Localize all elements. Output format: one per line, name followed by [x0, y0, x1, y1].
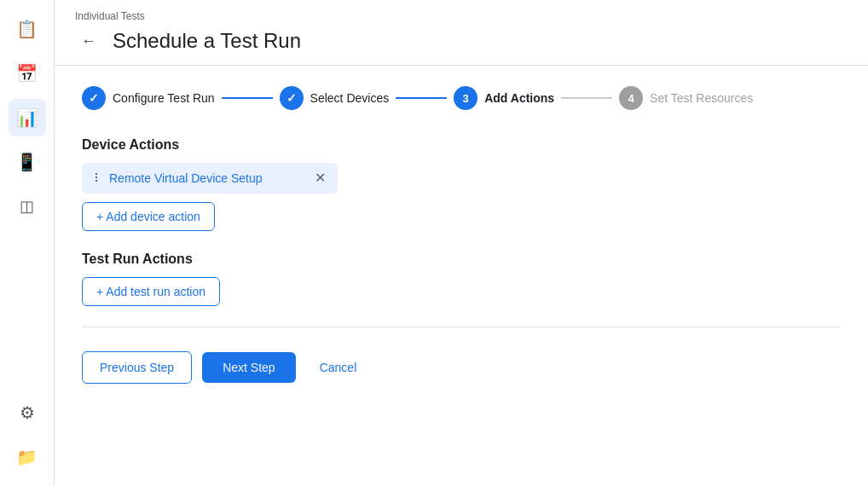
calendar-icon: 📅: [16, 63, 38, 84]
step-circle-set-resources: 4: [619, 86, 643, 110]
sidebar-item-calendar[interactable]: 📅: [9, 55, 46, 92]
server-icon: ◫: [20, 197, 34, 216]
step-circle-select-devices: ✓: [280, 86, 304, 110]
footer-divider: [82, 327, 841, 327]
clipboard-icon: 📋: [16, 19, 38, 39]
step-add-actions: 3 Add Actions: [454, 86, 554, 110]
step-circle-configure: ✓: [82, 86, 106, 110]
sidebar-item-chart[interactable]: 📊: [9, 99, 46, 136]
step-label-add-actions: Add Actions: [484, 91, 554, 105]
step-number-set-resources: 4: [628, 92, 634, 105]
footer-actions: Previous Step Next Step Cancel: [82, 344, 841, 384]
chart-icon: 📊: [16, 107, 38, 128]
step-configure: ✓ Configure Test Run: [82, 86, 215, 110]
cancel-button[interactable]: Cancel: [306, 352, 371, 383]
next-step-button[interactable]: Next Step: [202, 352, 295, 383]
step-label-select-devices: Select Devices: [310, 91, 390, 105]
sidebar: 📋 📅 📊 📱 ◫ ⚙ 📁: [0, 0, 55, 486]
page-title: Schedule a Test Run: [113, 29, 301, 53]
drag-handle-icon: ⠇: [94, 171, 102, 185]
step-select-devices: ✓ Select Devices: [280, 86, 390, 110]
test-run-actions-section: Test Run Actions + Add test run action: [82, 252, 841, 306]
step-connector-2: [396, 97, 447, 99]
step-label-configure: Configure Test Run: [113, 91, 215, 105]
phone-icon: 📱: [16, 152, 38, 172]
step-number-add-actions: 3: [463, 92, 469, 105]
step-circle-add-actions: 3: [454, 86, 477, 110]
previous-step-button[interactable]: Previous Step: [82, 351, 192, 384]
folder-icon: 📁: [16, 447, 38, 467]
check-icon-select-devices: ✓: [286, 91, 297, 105]
stepper: ✓ Configure Test Run ✓ Select Devices 3 …: [82, 86, 841, 110]
sidebar-item-phone[interactable]: 📱: [9, 143, 46, 181]
back-icon: ←: [81, 32, 96, 50]
page-title-row: ← Schedule a Test Run: [75, 27, 848, 55]
sidebar-item-folder[interactable]: 📁: [9, 438, 46, 476]
step-connector-3: [561, 97, 612, 99]
main-content: Individual Tests ← Schedule a Test Run ✓…: [55, 0, 868, 486]
breadcrumb: Individual Tests: [75, 10, 848, 22]
add-test-run-action-button[interactable]: + Add test run action: [82, 277, 220, 306]
add-device-action-button[interactable]: + Add device action: [82, 202, 215, 231]
device-action-chip: ⠇ Remote Virtual Device Setup ✕: [82, 163, 338, 194]
content-area: ✓ Configure Test Run ✓ Select Devices 3 …: [55, 66, 868, 486]
sidebar-item-server[interactable]: ◫: [9, 188, 46, 225]
check-icon-configure: ✓: [89, 91, 99, 105]
step-label-set-resources: Set Test Resources: [650, 91, 753, 105]
sidebar-item-clipboard[interactable]: 📋: [9, 10, 46, 48]
device-action-label: Remote Virtual Device Setup: [109, 171, 308, 185]
settings-icon: ⚙: [20, 402, 35, 423]
back-button[interactable]: ←: [75, 27, 102, 55]
remove-device-action-button[interactable]: ✕: [315, 171, 326, 185]
device-actions-title: Device Actions: [82, 137, 841, 153]
device-actions-section: Device Actions ⠇ Remote Virtual Device S…: [82, 137, 841, 231]
test-run-actions-title: Test Run Actions: [82, 252, 841, 267]
sidebar-item-settings[interactable]: ⚙: [9, 394, 46, 431]
header: Individual Tests ← Schedule a Test Run: [55, 0, 868, 66]
step-set-resources: 4 Set Test Resources: [619, 86, 753, 110]
step-connector-1: [222, 97, 273, 99]
